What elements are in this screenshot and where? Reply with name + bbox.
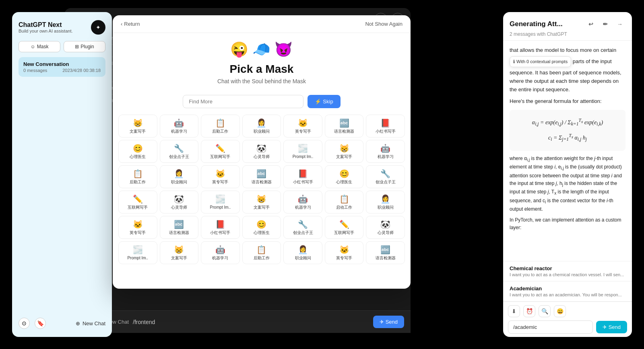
mask-item[interactable]: 🔧创业点子王	[160, 140, 199, 163]
settings-icon[interactable]: ⊙	[19, 318, 30, 329]
mask-emoji-18: 📕	[298, 169, 308, 179]
mask-item[interactable]: ✏️互联网写手	[118, 191, 157, 214]
prompt-card-1[interactable]: Chemical reactor I want you to act as a …	[503, 261, 632, 281]
plugin-tab[interactable]: ⊞ Plugin	[64, 41, 105, 52]
mask-item[interactable]: 📋启动工作	[325, 191, 364, 214]
mask-item[interactable]: 👩‍💼职业顾问	[160, 165, 199, 188]
mask-label-20: 创业点子王	[376, 180, 396, 185]
mask-item[interactable]: 🐼心灵导师	[160, 191, 199, 214]
mask-label-35: Prompt Im..	[127, 256, 148, 261]
mask-item[interactable]: 👩‍💼职业顾问	[283, 241, 322, 264]
mask-item[interactable]: 😸文案写手	[118, 115, 157, 138]
dark-chat-input[interactable]	[133, 319, 369, 325]
mask-emoji-22: 🐼	[174, 194, 184, 204]
mask-search-input[interactable]	[183, 95, 303, 108]
new-chat-button[interactable]: ⊕ New Chat	[76, 320, 105, 326]
contextual-tooltip: ℹ With 0 contextual prompts	[510, 56, 571, 68]
mask-item[interactable]: 😊心理医生	[118, 140, 157, 163]
mask-item[interactable]: 🐼心灵导师	[242, 140, 281, 163]
mask-item[interactable]: 🔤语言检测器	[242, 165, 281, 188]
mask-emoji-39: 👩‍💼	[298, 245, 308, 255]
mask-item[interactable]: 🔤语言检测器	[325, 115, 364, 138]
prompt-card-2[interactable]: Academician I want you to act as an acad…	[503, 281, 632, 302]
mask-emoji-24: 😸	[256, 194, 266, 204]
intro-text: that allows the model to focus more on c…	[510, 46, 625, 94]
mask-grid: 😸文案写手🤖机器学习📋后勤工作👩‍💼职业顾问🐱英专写手🔤语言检测器📕小红书写手😊…	[113, 115, 411, 264]
search-row: ⚡ Skip	[113, 95, 411, 108]
right-send-button[interactable]: ✈ Send	[596, 321, 627, 333]
search-icon[interactable]: 🔍	[539, 305, 551, 317]
formula-intro: Here's the general formula for attention…	[510, 97, 625, 106]
mask-label-8: 创业点子王	[169, 154, 189, 159]
mask-label-14: 后勤工作	[130, 180, 146, 185]
plugin-label: Plugin	[80, 44, 94, 49]
skip-button[interactable]: ⚡ Skip	[308, 95, 340, 108]
math-formula-1: αi,j = exp(ei,j) / Σk=1Tx exp(ei,k)	[514, 117, 621, 128]
edit-icon[interactable]: ✏	[600, 18, 611, 30]
mask-emoji-17: 🔤	[256, 169, 266, 179]
mask-item[interactable]: 😸文案写手	[242, 191, 281, 214]
clock-icon[interactable]: ⏰	[523, 305, 535, 317]
conversation-meta: 0 messages 2023/4/28 00:38:18	[23, 68, 101, 73]
not-show-again-button[interactable]: Not Show Again	[365, 21, 402, 27]
mask-item[interactable]: 👩‍💼职业顾问	[366, 191, 405, 214]
right-panel: Generating Att... ↩ ✏ → 2 messages with …	[503, 12, 632, 337]
undo-icon[interactable]: ↩	[585, 18, 597, 30]
mask-item[interactable]: 🌫️Prompt Im..	[201, 191, 240, 214]
mask-item[interactable]: 🐼心灵导师	[366, 216, 405, 239]
mask-item[interactable]: 📋后勤工作	[118, 165, 157, 188]
mask-label-22: 心灵导师	[171, 205, 187, 210]
mask-item[interactable]: 🌫️Prompt Im..	[283, 140, 322, 163]
mask-item[interactable]: 🐱英专写手	[201, 165, 240, 188]
right-input-row: ✈ Send	[508, 320, 627, 334]
mask-label-16: 英专写手	[212, 180, 228, 185]
mask-item[interactable]: 🐱英专写手	[325, 241, 364, 264]
mask-item[interactable]: 🤖机器学习	[160, 115, 199, 138]
mask-item[interactable]: ✏️互联网写手	[325, 216, 364, 239]
modal-return-button[interactable]: ‹ Return	[121, 21, 140, 27]
mask-item[interactable]: 😊心理医生	[242, 216, 281, 239]
mask-item[interactable]: 📕小红书写手	[283, 165, 322, 188]
mask-item[interactable]: 🐱英专写手	[118, 216, 157, 239]
sidebar-footer: ⊙ 🔖 ⊕ New Chat	[19, 314, 105, 329]
dark-send-button[interactable]: ✈ Send	[373, 316, 404, 328]
mask-item[interactable]: 🐱英专写手	[283, 115, 322, 138]
mask-label-21: 互联网写手	[128, 205, 148, 210]
conversation-item[interactable]: New Conversation 0 messages 2023/4/28 00…	[19, 57, 105, 77]
mask-item[interactable]: 📋后勤工作	[242, 241, 281, 264]
mask-item[interactable]: 😸文案写手	[325, 140, 364, 163]
emoji-icon[interactable]: 😀	[554, 305, 566, 317]
mask-item[interactable]: 🔧创业点子王	[366, 165, 405, 188]
footer-action-row: ⬇ ⏰ 🔍 😀	[508, 305, 627, 317]
right-chat-input[interactable]	[508, 320, 593, 334]
mask-emoji-36: 😸	[174, 245, 184, 255]
info-icon: ℹ	[513, 58, 515, 66]
mask-item[interactable]: ✏️互联网写手	[201, 140, 240, 163]
mask-item[interactable]: 🌫️Prompt Im..	[118, 241, 157, 264]
mask-item[interactable]: 🤖机器学习	[366, 140, 405, 163]
skip-label: Skip	[323, 99, 333, 105]
mask-item[interactable]: 📕小红书写手	[366, 115, 405, 138]
pick-mask-modal: ‹ Return Not Show Again 😜 🧢 😈 Pick a Mas…	[113, 15, 411, 289]
mask-emoji-32: 🔧	[298, 220, 308, 229]
prompt-card-2-desc: I want you to act as an academician. You…	[510, 292, 625, 297]
mask-label-10: 心灵导师	[254, 154, 270, 159]
lightning-icon: ⚡	[315, 99, 321, 105]
mask-item[interactable]: 🔤语言检测器	[160, 216, 199, 239]
mask-item[interactable]: 🔤语言检测器	[366, 241, 405, 264]
right-panel-title-row: Generating Att... ↩ ✏ →	[510, 18, 625, 30]
mask-tab[interactable]: ☺ Mask	[19, 41, 60, 52]
share-icon[interactable]: →	[614, 18, 625, 30]
mask-label-2: 后勤工作	[212, 129, 228, 134]
mask-item[interactable]: 🤖机器学习	[283, 191, 322, 214]
collapse-icon[interactable]: ⬇	[508, 305, 520, 317]
mask-item[interactable]: 📋后勤工作	[201, 115, 240, 138]
mask-item[interactable]: 📕小红书写手	[201, 216, 240, 239]
modal-title: Pick a Mask	[121, 63, 402, 76]
mask-item[interactable]: 😊心理医生	[325, 165, 364, 188]
mask-item[interactable]: 🔧创业点子王	[283, 216, 322, 239]
mask-item[interactable]: 😸文案写手	[160, 241, 199, 264]
bookmark-icon[interactable]: 🔖	[35, 318, 46, 329]
mask-item[interactable]: 🤖机器学习	[201, 241, 240, 264]
mask-item[interactable]: 👩‍💼职业顾问	[242, 115, 281, 138]
